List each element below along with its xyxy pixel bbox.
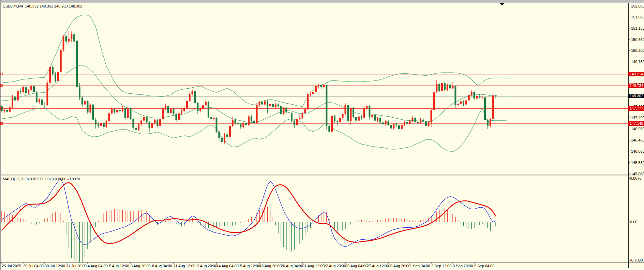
candle-body (237, 123, 239, 124)
candle-body (350, 108, 351, 121)
candle-body (468, 95, 470, 100)
candle-body (457, 104, 459, 105)
time-axis-label: 8 Aug 04:00 (152, 264, 172, 268)
candle-body (452, 86, 454, 88)
candle-body (288, 112, 290, 113)
candle-body (130, 108, 132, 119)
candle-body (87, 101, 89, 112)
candle-body (36, 92, 38, 102)
candle-body (444, 83, 446, 90)
candle-body (267, 101, 268, 106)
candle-body (49, 67, 51, 82)
candle-body (170, 109, 172, 113)
candle-body (339, 118, 341, 122)
time-axis-label: 12 Aug 20:00 (195, 264, 217, 268)
candle-body (315, 86, 317, 92)
candle-body (371, 115, 373, 117)
candle-body (132, 119, 134, 128)
macd-signal-line (2, 183, 496, 244)
candle-body (495, 95, 497, 96)
candle-body (420, 120, 421, 123)
candle-body (409, 121, 411, 124)
candle-body (296, 119, 298, 125)
candle-body (253, 121, 255, 123)
candle-body (151, 123, 153, 128)
candle-body (98, 124, 99, 126)
candle-body (259, 102, 260, 105)
candle-body (283, 108, 284, 114)
candle-body (23, 87, 24, 92)
candle-body (417, 122, 419, 123)
candle-body (95, 120, 96, 124)
candle-body (406, 122, 408, 124)
candle-body (490, 119, 491, 126)
candle-body (28, 90, 29, 93)
candle-body (328, 126, 330, 132)
time-axis-label: 1 Sep 04:00 (410, 264, 430, 268)
bollinger-upper-band (2, 15, 512, 107)
chart-shift-marker-icon[interactable] (500, 3, 505, 5)
candle-body (318, 85, 319, 86)
candle-body (460, 101, 462, 104)
candle-body (388, 121, 389, 125)
time-axis-divider (0, 262, 644, 263)
candle-body (71, 34, 72, 39)
candle-body (108, 114, 110, 121)
candle-body (479, 96, 480, 97)
candle-body (487, 120, 489, 126)
candle-body (46, 83, 48, 105)
chart-plot-area[interactable]: 152.060151.600151.130150.660150.200149.7… (0, 0, 644, 270)
candle-body (441, 83, 443, 91)
candle-body (232, 120, 234, 126)
candle-body (361, 117, 362, 118)
candle-body (261, 102, 263, 105)
macd-axis-label: 0.8076 (630, 176, 642, 180)
candle-body (422, 120, 424, 121)
candle-body (302, 113, 303, 118)
horizontal-level-lines[interactable] (0, 73, 628, 124)
candle-body (379, 118, 381, 123)
candle-body (401, 125, 403, 129)
candle-body (369, 106, 370, 117)
candle-body (492, 95, 494, 119)
candle-body (312, 92, 314, 94)
price-axis[interactable]: 152.060151.600151.130150.660150.200149.7… (629, 4, 644, 262)
candle-body (106, 121, 107, 127)
candle-body (224, 134, 225, 142)
candle-body (248, 117, 250, 125)
candle-body (366, 106, 368, 108)
time-axis-label: 18 Aug 20:00 (259, 264, 282, 268)
candle-body (52, 67, 54, 74)
candle-body (81, 97, 83, 104)
chart-canvas[interactable]: 152.060151.600151.130150.660150.200149.7… (0, 0, 644, 270)
candle-body (73, 34, 75, 42)
candle-body (181, 111, 182, 114)
candle-body (326, 85, 327, 126)
candle-body (60, 50, 62, 72)
candlestick-layer[interactable] (1, 31, 497, 146)
candle-body (431, 110, 432, 123)
time-axis-label: 5 Aug 12:00 (109, 264, 129, 268)
candle-body (159, 119, 161, 126)
candle-body (127, 108, 129, 118)
candle-body (68, 39, 70, 42)
candle-body (175, 114, 177, 120)
candle-body (103, 123, 105, 127)
candle-body (385, 121, 387, 124)
candle-body (25, 87, 27, 93)
time-axis-label: 31 Jul 20:00 (66, 264, 87, 268)
time-axis-label: 6 Aug 20:00 (131, 264, 151, 268)
candle-body (205, 102, 207, 105)
price-axis-label: 152.060 (631, 4, 644, 8)
candle-body (138, 124, 139, 130)
price-axis-label: 149.730 (631, 60, 644, 64)
candle-body (44, 105, 46, 105)
time-axis-label: 5 Sep 04:00 (474, 264, 494, 268)
candle-body (119, 110, 121, 111)
candle-body (240, 124, 241, 127)
candle-body (1, 106, 3, 111)
panel-divider[interactable] (0, 175, 644, 176)
price-axis-label: 145.530 (631, 161, 644, 165)
candle-body (116, 110, 118, 112)
candle-body (264, 101, 266, 104)
